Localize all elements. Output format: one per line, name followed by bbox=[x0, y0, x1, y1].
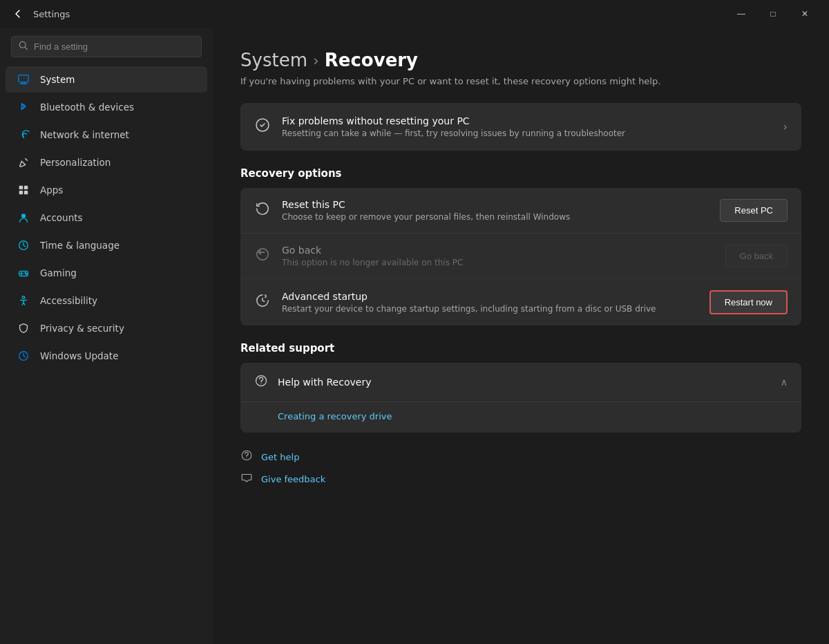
fix-problems-card[interactable]: Fix problems without resetting your PC R… bbox=[240, 103, 801, 151]
help-recovery-title: Help with Recovery bbox=[278, 377, 771, 388]
sidebar-item-time[interactable]: Time & language bbox=[6, 232, 207, 258]
get-help-link[interactable]: Get help bbox=[240, 449, 801, 464]
sidebar-item-gaming-label: Gaming bbox=[40, 267, 77, 278]
creating-recovery-drive-link[interactable]: Creating a recovery drive bbox=[278, 411, 392, 422]
sidebar-item-system[interactable]: System bbox=[6, 66, 207, 93]
svg-rect-6 bbox=[19, 186, 23, 189]
reset-pc-desc: Choose to keep or remove your personal f… bbox=[282, 212, 709, 222]
reset-pc-text: Reset this PC Choose to keep or remove y… bbox=[282, 199, 709, 222]
reset-pc-title: Reset this PC bbox=[282, 199, 709, 210]
accessibility-icon bbox=[17, 294, 30, 307]
fix-problems-icon bbox=[254, 117, 271, 137]
support-container: Help with Recovery ∧ Creating a recovery… bbox=[240, 363, 801, 433]
svg-point-15 bbox=[25, 272, 26, 273]
go-back-button[interactable]: Go back bbox=[725, 245, 788, 267]
gaming-icon bbox=[17, 266, 30, 280]
go-back-title: Go back bbox=[282, 245, 714, 256]
svg-rect-8 bbox=[19, 191, 23, 194]
content-area: System › Recovery If you're having probl… bbox=[213, 28, 829, 644]
personalization-icon bbox=[17, 155, 30, 169]
titlebar: Settings — □ ✕ bbox=[0, 0, 829, 28]
minimize-button[interactable]: — bbox=[725, 3, 757, 25]
sidebar-item-apps[interactable]: Apps bbox=[6, 177, 207, 203]
maximize-button[interactable]: □ bbox=[757, 3, 789, 25]
sidebar-item-network[interactable]: Network & internet bbox=[6, 122, 207, 148]
sidebar-item-time-label: Time & language bbox=[40, 240, 120, 251]
app-title: Settings bbox=[33, 9, 725, 19]
advanced-startup-title: Advanced startup bbox=[282, 291, 698, 302]
related-support-title: Related support bbox=[240, 342, 801, 354]
accounts-icon bbox=[17, 211, 30, 225]
sidebar-item-apps-label: Apps bbox=[40, 184, 63, 196]
sidebar-item-privacy[interactable]: Privacy & security bbox=[6, 315, 207, 341]
go-back-icon bbox=[254, 247, 271, 265]
svg-point-17 bbox=[22, 296, 25, 299]
advanced-startup-icon bbox=[254, 293, 271, 312]
sidebar-item-windows-update[interactable]: Windows Update bbox=[6, 343, 207, 369]
sidebar-item-system-label: System bbox=[40, 74, 75, 85]
sidebar-item-accounts-label: Accounts bbox=[40, 212, 83, 223]
breadcrumb: System › Recovery bbox=[240, 50, 801, 70]
sidebar-item-privacy-label: Privacy & security bbox=[40, 323, 124, 334]
give-feedback-label: Give feedback bbox=[261, 474, 325, 484]
sidebar-item-accounts[interactable]: Accounts bbox=[6, 205, 207, 231]
give-feedback-link[interactable]: Give feedback bbox=[240, 471, 801, 486]
svg-line-1 bbox=[25, 47, 27, 49]
sidebar-item-bluetooth-label: Bluetooth & devices bbox=[40, 102, 134, 113]
privacy-icon bbox=[17, 321, 30, 335]
reset-pc-row: Reset this PC Choose to keep or remove y… bbox=[240, 188, 801, 234]
recovery-options-list: Reset this PC Choose to keep or remove y… bbox=[240, 188, 801, 325]
svg-rect-4 bbox=[20, 84, 28, 84]
svg-point-5 bbox=[23, 137, 24, 138]
system-icon bbox=[17, 73, 30, 86]
close-button[interactable]: ✕ bbox=[789, 3, 821, 25]
svg-rect-9 bbox=[24, 191, 28, 194]
svg-point-20 bbox=[257, 249, 269, 261]
fix-problems-desc: Resetting can take a while — first, try … bbox=[282, 129, 772, 138]
reset-pc-icon bbox=[254, 201, 271, 220]
sidebar-item-accessibility-label: Accessibility bbox=[40, 295, 97, 306]
back-button[interactable] bbox=[8, 4, 28, 23]
search-icon bbox=[19, 41, 28, 53]
page-header: System › Recovery If you're having probl… bbox=[240, 50, 801, 86]
go-back-desc: This option is no longer available on th… bbox=[282, 258, 714, 267]
app-body: System Bluetooth & devices Network & int… bbox=[0, 28, 829, 644]
go-back-text: Go back This option is no longer availab… bbox=[282, 245, 714, 267]
help-with-recovery-header[interactable]: Help with Recovery ∧ bbox=[240, 363, 801, 401]
sidebar-item-windows-update-label: Windows Update bbox=[40, 350, 118, 361]
sidebar: System Bluetooth & devices Network & int… bbox=[0, 28, 213, 644]
bluetooth-icon bbox=[17, 100, 30, 114]
get-help-icon bbox=[240, 449, 253, 464]
go-back-row: Go back This option is no longer availab… bbox=[240, 234, 801, 279]
give-feedback-icon bbox=[240, 471, 253, 486]
breadcrumb-parent: System bbox=[240, 50, 307, 70]
search-input[interactable] bbox=[34, 41, 194, 52]
search-box[interactable] bbox=[11, 36, 202, 57]
apps-icon bbox=[17, 183, 30, 197]
breadcrumb-separator: › bbox=[313, 52, 319, 69]
sidebar-item-personalization[interactable]: Personalization bbox=[6, 149, 207, 176]
reset-pc-button[interactable]: Reset PC bbox=[720, 199, 788, 222]
restart-now-button[interactable]: Restart now bbox=[709, 290, 788, 314]
sidebar-item-gaming[interactable]: Gaming bbox=[6, 260, 207, 286]
time-icon bbox=[17, 238, 30, 252]
sidebar-item-accessibility[interactable]: Accessibility bbox=[6, 287, 207, 314]
svg-point-10 bbox=[21, 214, 26, 218]
sidebar-item-bluetooth[interactable]: Bluetooth & devices bbox=[6, 94, 207, 120]
network-icon bbox=[17, 128, 30, 142]
fix-problems-title: Fix problems without resetting your PC bbox=[282, 115, 772, 126]
sidebar-item-personalization-label: Personalization bbox=[40, 157, 111, 168]
support-chevron-icon: ∧ bbox=[781, 377, 788, 388]
get-help-label: Get help bbox=[261, 452, 299, 462]
footer-links: Get help Give feedback bbox=[240, 449, 801, 486]
breadcrumb-current: Recovery bbox=[325, 50, 418, 70]
advanced-startup-desc: Restart your device to change startup se… bbox=[282, 304, 698, 314]
svg-rect-7 bbox=[24, 186, 28, 189]
help-recovery-icon bbox=[254, 374, 268, 390]
page-subtitle: If you're having problems with your PC o… bbox=[240, 76, 801, 86]
windows-update-icon bbox=[17, 349, 30, 363]
advanced-startup-row: Advanced startup Restart your device to … bbox=[240, 279, 801, 325]
advanced-startup-text: Advanced startup Restart your device to … bbox=[282, 291, 698, 314]
fix-card-chevron-icon: › bbox=[783, 120, 788, 133]
svg-point-16 bbox=[26, 274, 27, 274]
